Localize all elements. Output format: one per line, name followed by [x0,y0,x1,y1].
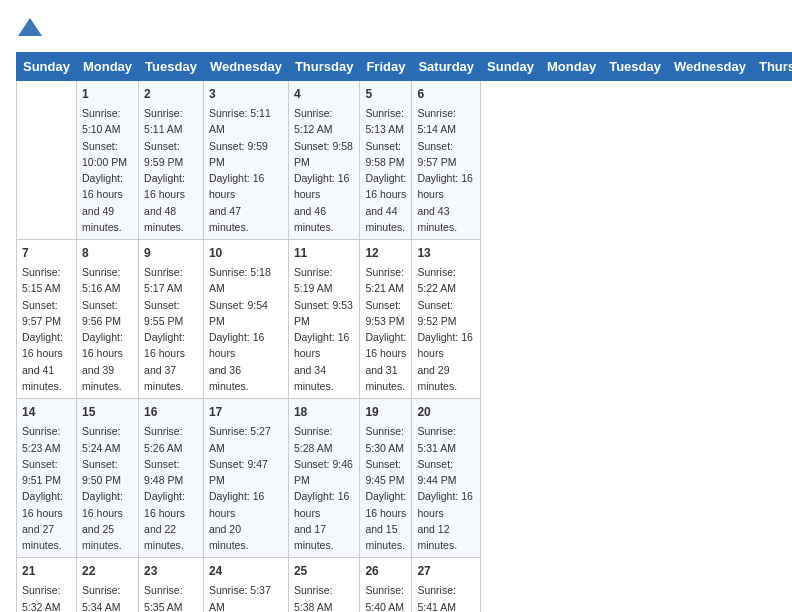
calendar-cell: 5Sunrise: 5:13 AM Sunset: 9:58 PM Daylig… [360,81,412,240]
cell-content: Sunrise: 5:12 AM Sunset: 9:58 PM Dayligh… [294,105,355,235]
day-number: 9 [144,244,198,262]
header-tuesday: Tuesday [139,53,204,81]
calendar-cell: 24Sunrise: 5:37 AM Sunset: 9:38 PM Dayli… [203,558,288,612]
calendar-cell: 25Sunrise: 5:38 AM Sunset: 9:37 PM Dayli… [288,558,360,612]
week-row-2: 7Sunrise: 5:15 AM Sunset: 9:57 PM Daylig… [17,240,793,399]
day-number: 4 [294,85,355,103]
cell-content: Sunrise: 5:27 AM Sunset: 9:47 PM Dayligh… [209,423,283,553]
week-row-3: 14Sunrise: 5:23 AM Sunset: 9:51 PM Dayli… [17,399,793,558]
calendar-cell: 23Sunrise: 5:35 AM Sunset: 9:40 PM Dayli… [139,558,204,612]
header-thursday: Thursday [288,53,360,81]
calendar-cell: 1Sunrise: 5:10 AM Sunset: 10:00 PM Dayli… [76,81,138,240]
calendar-cell: 20Sunrise: 5:31 AM Sunset: 9:44 PM Dayli… [412,399,481,558]
day-number: 21 [22,562,71,580]
day-number: 15 [82,403,133,421]
col-header-wednesday: Wednesday [667,53,752,81]
day-number: 3 [209,85,283,103]
cell-content: Sunrise: 5:26 AM Sunset: 9:48 PM Dayligh… [144,423,198,553]
cell-content: Sunrise: 5:34 AM Sunset: 9:41 PM Dayligh… [82,582,133,612]
calendar-cell: 13Sunrise: 5:22 AM Sunset: 9:52 PM Dayli… [412,240,481,399]
calendar-cell: 27Sunrise: 5:41 AM Sunset: 9:34 PM Dayli… [412,558,481,612]
cell-content: Sunrise: 5:32 AM Sunset: 9:42 PM Dayligh… [22,582,71,612]
header-monday: Monday [76,53,138,81]
cell-content: Sunrise: 5:17 AM Sunset: 9:55 PM Dayligh… [144,264,198,394]
header-friday: Friday [360,53,412,81]
day-number: 23 [144,562,198,580]
svg-marker-0 [18,18,42,36]
week-row-4: 21Sunrise: 5:32 AM Sunset: 9:42 PM Dayli… [17,558,793,612]
day-number: 13 [417,244,475,262]
cell-content: Sunrise: 5:41 AM Sunset: 9:34 PM Dayligh… [417,582,475,612]
cell-content: Sunrise: 5:15 AM Sunset: 9:57 PM Dayligh… [22,264,71,394]
cell-content: Sunrise: 5:18 AM Sunset: 9:54 PM Dayligh… [209,264,283,394]
day-number: 20 [417,403,475,421]
cell-content: Sunrise: 5:16 AM Sunset: 9:56 PM Dayligh… [82,264,133,394]
cell-content: Sunrise: 5:11 AM Sunset: 9:59 PM Dayligh… [209,105,283,235]
cell-content: Sunrise: 5:37 AM Sunset: 9:38 PM Dayligh… [209,582,283,612]
day-number: 5 [365,85,406,103]
cell-content: Sunrise: 5:35 AM Sunset: 9:40 PM Dayligh… [144,582,198,612]
header-sunday: Sunday [17,53,77,81]
calendar-cell: 7Sunrise: 5:15 AM Sunset: 9:57 PM Daylig… [17,240,77,399]
cell-content: Sunrise: 5:38 AM Sunset: 9:37 PM Dayligh… [294,582,355,612]
cell-content: Sunrise: 5:14 AM Sunset: 9:57 PM Dayligh… [417,105,475,235]
calendar-header-row: SundayMondayTuesdayWednesdayThursdayFrid… [17,53,793,81]
cell-content: Sunrise: 5:23 AM Sunset: 9:51 PM Dayligh… [22,423,71,553]
day-number: 2 [144,85,198,103]
cell-content: Sunrise: 5:13 AM Sunset: 9:58 PM Dayligh… [365,105,406,235]
calendar-cell: 9Sunrise: 5:17 AM Sunset: 9:55 PM Daylig… [139,240,204,399]
day-number: 17 [209,403,283,421]
week-row-1: 1Sunrise: 5:10 AM Sunset: 10:00 PM Dayli… [17,81,793,240]
day-number: 27 [417,562,475,580]
day-number: 14 [22,403,71,421]
day-number: 19 [365,403,406,421]
calendar-cell: 17Sunrise: 5:27 AM Sunset: 9:47 PM Dayli… [203,399,288,558]
calendar-cell: 22Sunrise: 5:34 AM Sunset: 9:41 PM Dayli… [76,558,138,612]
day-number: 25 [294,562,355,580]
cell-content: Sunrise: 5:11 AM Sunset: 9:59 PM Dayligh… [144,105,198,235]
day-number: 12 [365,244,406,262]
calendar-cell: 8Sunrise: 5:16 AM Sunset: 9:56 PM Daylig… [76,240,138,399]
calendar-cell: 6Sunrise: 5:14 AM Sunset: 9:57 PM Daylig… [412,81,481,240]
calendar-table: SundayMondayTuesdayWednesdayThursdayFrid… [16,52,792,612]
calendar-cell: 11Sunrise: 5:19 AM Sunset: 9:53 PM Dayli… [288,240,360,399]
calendar-cell: 4Sunrise: 5:12 AM Sunset: 9:58 PM Daylig… [288,81,360,240]
cell-content: Sunrise: 5:19 AM Sunset: 9:53 PM Dayligh… [294,264,355,394]
calendar-cell: 15Sunrise: 5:24 AM Sunset: 9:50 PM Dayli… [76,399,138,558]
calendar-cell: 2Sunrise: 5:11 AM Sunset: 9:59 PM Daylig… [139,81,204,240]
cell-content: Sunrise: 5:24 AM Sunset: 9:50 PM Dayligh… [82,423,133,553]
day-number: 11 [294,244,355,262]
day-number: 8 [82,244,133,262]
calendar-cell: 18Sunrise: 5:28 AM Sunset: 9:46 PM Dayli… [288,399,360,558]
col-header-sunday: Sunday [481,53,541,81]
cell-content: Sunrise: 5:10 AM Sunset: 10:00 PM Daylig… [82,105,133,235]
day-number: 26 [365,562,406,580]
page-header [16,16,776,44]
calendar-cell: 26Sunrise: 5:40 AM Sunset: 9:35 PM Dayli… [360,558,412,612]
col-header-thursday: Thursday [752,53,792,81]
logo-icon [16,16,44,44]
cell-content: Sunrise: 5:40 AM Sunset: 9:35 PM Dayligh… [365,582,406,612]
logo [16,16,48,44]
day-number: 7 [22,244,71,262]
calendar-cell: 3Sunrise: 5:11 AM Sunset: 9:59 PM Daylig… [203,81,288,240]
calendar-cell: 12Sunrise: 5:21 AM Sunset: 9:53 PM Dayli… [360,240,412,399]
col-header-monday: Monday [541,53,603,81]
header-saturday: Saturday [412,53,481,81]
day-number: 10 [209,244,283,262]
col-header-tuesday: Tuesday [603,53,668,81]
day-number: 16 [144,403,198,421]
calendar-cell: 14Sunrise: 5:23 AM Sunset: 9:51 PM Dayli… [17,399,77,558]
day-number: 6 [417,85,475,103]
calendar-cell: 21Sunrise: 5:32 AM Sunset: 9:42 PM Dayli… [17,558,77,612]
calendar-cell [17,81,77,240]
cell-content: Sunrise: 5:21 AM Sunset: 9:53 PM Dayligh… [365,264,406,394]
day-number: 24 [209,562,283,580]
day-number: 18 [294,403,355,421]
day-number: 22 [82,562,133,580]
calendar-cell: 16Sunrise: 5:26 AM Sunset: 9:48 PM Dayli… [139,399,204,558]
cell-content: Sunrise: 5:30 AM Sunset: 9:45 PM Dayligh… [365,423,406,553]
cell-content: Sunrise: 5:22 AM Sunset: 9:52 PM Dayligh… [417,264,475,394]
header-wednesday: Wednesday [203,53,288,81]
cell-content: Sunrise: 5:31 AM Sunset: 9:44 PM Dayligh… [417,423,475,553]
